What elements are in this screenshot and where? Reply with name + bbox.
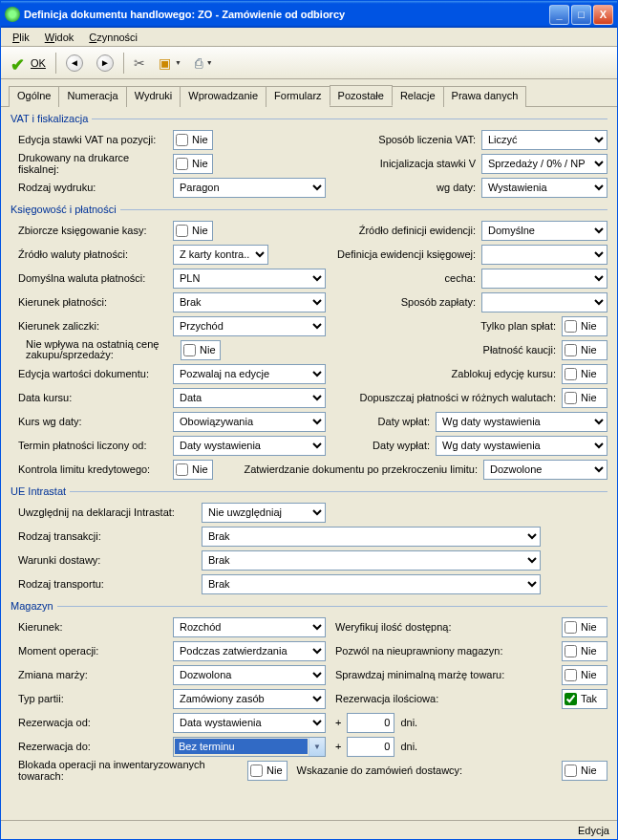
nav-back-button[interactable]: ◄ xyxy=(60,51,89,75)
menu-widok[interactable]: Widok xyxy=(39,30,80,44)
tab-ogolne[interactable]: Ogólne xyxy=(9,86,59,107)
sel-zrodlo-wal[interactable]: Z karty kontra... xyxy=(173,245,268,265)
cbx-edycja-stawki[interactable]: Nie xyxy=(173,130,213,150)
sel-uwzgl[interactable]: Nie uwzględniaj xyxy=(202,503,326,523)
cbx-wskazanie[interactable]: Nie xyxy=(562,761,607,781)
sel-sposob-zap[interactable] xyxy=(481,292,607,312)
sel-data-kursu[interactable]: Data xyxy=(173,388,326,408)
cbx-plat-kaucji[interactable]: Nie xyxy=(562,340,607,360)
sel-daty-wyplat[interactable]: Wg daty wystawienia xyxy=(436,436,607,456)
sel-kierunek[interactable]: Rozchód xyxy=(173,617,326,637)
lbl-data-kursu: Data kursu: xyxy=(11,392,173,403)
sel-kier-zal[interactable]: Przychód xyxy=(173,316,326,336)
toolbar: ✔OK ◄ ► ✂ ▣▼ ⎙▼ xyxy=(1,47,617,79)
sel-zatw[interactable]: Dozwolone xyxy=(483,460,607,480)
app-icon xyxy=(5,7,20,22)
sel-sposob-liczenia[interactable]: Liczyć xyxy=(481,130,607,150)
tab-numeracja[interactable]: Numeracja xyxy=(58,86,126,107)
sel-typ-partii[interactable]: Zamówiony zasób xyxy=(173,689,326,709)
lbl-zbiorcze: Zbiorcze księgowanie kasy: xyxy=(11,225,173,236)
tab-wprowadzanie[interactable]: Wprowadzanie xyxy=(180,86,266,107)
nav-forward-button[interactable]: ► xyxy=(91,51,119,75)
toolbar-separator xyxy=(55,53,56,74)
sel-daty-wplat[interactable]: Wg daty wystawienia xyxy=(436,412,607,432)
lbl-dni1: dni. xyxy=(400,717,417,728)
lbl-zrodlo-def: Źródło definicji ewidencji: xyxy=(338,225,481,236)
cbx-blokada[interactable]: Nie xyxy=(247,761,288,781)
section-vat: VAT i fiskalizacja Edycja stawki VAT na … xyxy=(11,113,607,200)
sel-zrodlo-def[interactable]: Domyślne xyxy=(481,221,607,241)
titlebar[interactable]: Definicja dokumentu handlowego: ZO - Zam… xyxy=(1,1,617,28)
tools-button[interactable]: ✂ xyxy=(128,52,151,75)
sel-def-ewid[interactable] xyxy=(481,245,607,265)
sel-rodzaj-wydruku[interactable]: Paragon xyxy=(173,178,326,198)
lbl-dom-wal: Domyślna waluta płatności: xyxy=(11,272,173,284)
lbl-blokada: Blokada operacji na inwentaryzowanych to… xyxy=(11,759,247,782)
tab-prawa-danych[interactable]: Prawa danych xyxy=(443,86,527,107)
lbl-wg-daty: wg daty: xyxy=(348,182,481,193)
menu-czynnosci[interactable]: Czynności xyxy=(83,30,143,44)
arrow-left-icon: ◄ xyxy=(66,54,83,72)
sel-warunki[interactable]: Brak xyxy=(202,550,541,571)
sel-rodzaj-tr[interactable]: Brak xyxy=(202,527,541,547)
sel-kurs-wg[interactable]: Obowiązywania xyxy=(173,412,326,432)
maximize-button[interactable]: □ xyxy=(571,5,591,25)
cbx-sprawdz[interactable]: Nie xyxy=(562,665,607,685)
cbx-weryf[interactable]: Nie xyxy=(562,617,607,637)
content: VAT i fiskalizacja Edycja stawki VAT na … xyxy=(1,107,617,820)
status-text: Edycja xyxy=(578,825,609,836)
lbl-pozwol: Pozwól na nieuprawniony magazyn: xyxy=(335,645,562,657)
lbl-warunki: Warunki dostawy: xyxy=(11,554,202,566)
inp-val1[interactable] xyxy=(347,713,394,733)
package-icon: ▣ xyxy=(159,55,171,71)
lbl-plat-kaucji: Płatność kaucji: xyxy=(483,344,562,355)
lbl-rezerw-do: Rezerwacja do: xyxy=(11,741,173,752)
sel-moment[interactable]: Podczas zatwierdzania xyxy=(173,641,326,661)
ok-button[interactable]: ✔OK xyxy=(5,51,52,75)
print-button[interactable]: ⎙▼ xyxy=(189,52,219,75)
lbl-def-ewid: Definicja ewidencji księgowej: xyxy=(268,248,481,260)
minimize-button[interactable]: _ xyxy=(549,5,569,25)
lbl-sposob-liczenia: Sposób liczenia VAT: xyxy=(348,134,481,145)
cbx-zablokuj[interactable]: Nie xyxy=(562,364,607,384)
sel-dom-wal[interactable]: PLN xyxy=(173,269,326,289)
lbl-typ-partii: Typ partii: xyxy=(11,693,173,704)
sel-rezerw-od[interactable]: Data wystawienia xyxy=(173,713,326,733)
sel-kier-plat[interactable]: Brak xyxy=(173,292,326,312)
menu-plik[interactable]: Plik xyxy=(7,30,35,44)
cbx-rezerw-il[interactable]: Tak xyxy=(562,689,607,709)
cbx-zbiorcze[interactable]: Nie xyxy=(173,221,213,241)
cbx-dopuszczaj[interactable]: Nie xyxy=(562,388,607,408)
sel-zmiana[interactable]: Dozwolona xyxy=(173,665,326,685)
lbl-rodzaj-tr: Rodzaj transakcji: xyxy=(11,530,202,542)
cbx-pozwol[interactable]: Nie xyxy=(562,641,607,661)
sel-termin[interactable]: Daty wystawienia xyxy=(173,436,326,456)
tab-relacje[interactable]: Relacje xyxy=(392,86,444,107)
lbl-cecha: cecha: xyxy=(326,272,481,284)
sel-edycja-wart[interactable]: Pozwalaj na edycje xyxy=(173,364,326,384)
lbl-zrodlo-wal: Źródło waluty płatności: xyxy=(11,248,173,260)
sel-inicjalizacja[interactable]: Sprzedaży / 0% / NP xyxy=(481,154,607,174)
package-button[interactable]: ▣▼ xyxy=(153,52,187,75)
cbx-kontrola[interactable]: Nie xyxy=(173,460,213,480)
sel-rodzaj-trans[interactable]: Brak xyxy=(202,574,541,594)
lbl-termin: Termin płatności liczony od: xyxy=(11,440,173,451)
tab-pozostale[interactable]: Pozostałe xyxy=(330,85,393,106)
sel-wg-daty[interactable]: Wystawienia xyxy=(481,178,607,198)
sel-cecha[interactable] xyxy=(481,269,607,289)
lbl-wskazanie: Wskazanie do zamówień dostawcy: xyxy=(297,765,562,776)
close-button[interactable]: X xyxy=(593,5,613,25)
cbx-nie-wplywa[interactable]: Nie xyxy=(181,340,221,360)
lbl-kierunek: Kierunek: xyxy=(11,621,173,633)
cbx-tylko-plan[interactable]: Nie xyxy=(562,316,607,336)
sel-rezerw-do[interactable]: Bez terminu ▼ xyxy=(173,737,326,757)
lbl-inicjalizacja: Inicjalizacja stawki V xyxy=(348,158,481,169)
tab-formularz[interactable]: Formularz xyxy=(266,86,330,107)
lbl-kurs-wg: Kurs wg daty: xyxy=(11,416,173,427)
lbl-plus2: + xyxy=(335,741,341,752)
tab-wydruki[interactable]: Wydruki xyxy=(126,86,181,107)
cbx-drukowany[interactable]: Nie xyxy=(173,154,213,174)
section-ue: UE Intrastat Uwzględnij na deklaracji In… xyxy=(11,485,607,596)
inp-val2[interactable] xyxy=(347,737,394,757)
lbl-kier-plat: Kierunek płatności: xyxy=(11,296,173,308)
